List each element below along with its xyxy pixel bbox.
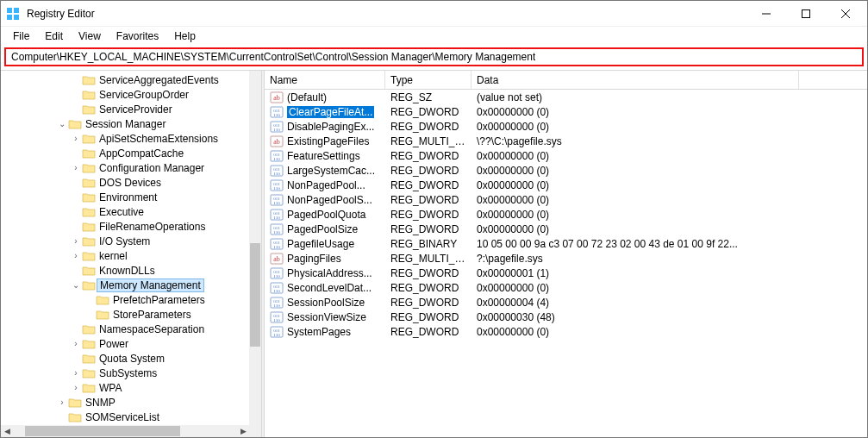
cell-type: REG_DWORD xyxy=(385,165,471,177)
cell-data: 0x00000001 (1) xyxy=(471,267,799,279)
chevron-right-icon[interactable]: › xyxy=(56,397,68,407)
menu-edit[interactable]: Edit xyxy=(38,28,70,44)
cell-type: REG_DWORD xyxy=(385,194,471,206)
chevron-down-icon[interactable]: ⌄ xyxy=(70,280,82,290)
chevron-right-icon[interactable]: › xyxy=(70,251,82,260)
column-header-data[interactable]: Data xyxy=(471,71,799,89)
value-row[interactable]: 011110SystemPagesREG_DWORD0x00000000 (0) xyxy=(265,324,867,339)
tree-item[interactable]: AppCompatCache xyxy=(1,146,249,160)
tree-item[interactable]: ›Power xyxy=(1,336,249,351)
tree-item[interactable]: StoreParameters xyxy=(1,307,249,322)
folder-icon xyxy=(82,74,96,86)
cell-type: REG_DWORD xyxy=(385,179,471,191)
value-row[interactable]: 011110NonPagedPool...REG_DWORD0x00000000… xyxy=(265,178,867,192)
tree-item[interactable]: Quota System xyxy=(1,351,249,366)
folder-icon xyxy=(68,118,82,130)
cell-data: 0x00000000 (0) xyxy=(471,179,799,191)
value-row[interactable]: 011110SecondLevelDat...REG_DWORD0x000000… xyxy=(265,280,867,295)
folder-icon xyxy=(68,411,82,423)
cell-name: 011110SecondLevelDat... xyxy=(265,282,385,294)
values-list[interactable]: ab(Default)REG_SZ(value not set)011110Cl… xyxy=(265,90,867,437)
tree-item[interactable]: ›Configuration Manager xyxy=(1,160,249,175)
tree-item[interactable]: ›kernel xyxy=(1,248,249,263)
svg-text:110: 110 xyxy=(273,230,280,235)
tree-item[interactable]: DOS Devices xyxy=(1,175,249,190)
tree-item[interactable]: ›I/O System xyxy=(1,234,249,248)
column-header-type[interactable]: Type xyxy=(385,71,471,89)
value-name: PagingFiles xyxy=(287,253,341,265)
value-row[interactable]: 011110PagedPoolSizeREG_DWORD0x00000000 (… xyxy=(265,222,867,236)
folder-icon xyxy=(82,221,96,233)
value-name: DisablePagingEx... xyxy=(287,121,374,133)
menu-help[interactable]: Help xyxy=(167,28,203,44)
tree-item[interactable]: ›SNMP xyxy=(1,395,249,410)
close-button[interactable] xyxy=(826,1,865,27)
value-row[interactable]: 011110DisablePagingEx...REG_DWORD0x00000… xyxy=(265,119,867,134)
svg-text:110: 110 xyxy=(273,113,280,117)
value-name: LargeSystemCac... xyxy=(287,165,375,177)
cell-type: REG_DWORD xyxy=(385,267,471,279)
tree-item[interactable]: ⌄Memory Management xyxy=(1,278,249,292)
chevron-down-icon[interactable]: ⌄ xyxy=(56,119,68,128)
value-row[interactable]: ab(Default)REG_SZ(value not set) xyxy=(265,90,867,104)
menu-file[interactable]: File xyxy=(6,28,36,44)
value-row[interactable]: 011110FeatureSettingsREG_DWORD0x00000000… xyxy=(265,148,867,163)
chevron-right-icon[interactable]: › xyxy=(70,163,82,172)
tree-item[interactable]: FileRenameOperations xyxy=(1,219,249,234)
tree-vscroll-thumb[interactable] xyxy=(250,243,260,347)
folder-icon xyxy=(82,89,96,101)
chevron-right-icon[interactable]: › xyxy=(70,383,82,392)
column-header-name[interactable]: Name xyxy=(265,71,385,89)
scroll-right-arrow-icon[interactable]: ▶ xyxy=(237,425,249,437)
menu-favorites[interactable]: Favorites xyxy=(109,28,165,44)
value-row[interactable]: 011110PhysicalAddress...REG_DWORD0x00000… xyxy=(265,266,867,280)
cell-name: 011110PagedPoolQuota xyxy=(265,209,385,221)
tree-item[interactable]: NamespaceSeparation xyxy=(1,322,249,336)
cell-name: 011110NonPagedPoolS... xyxy=(265,194,385,206)
value-row[interactable]: abPagingFilesREG_MULTI_SZ?:\pagefile.sys xyxy=(265,251,867,266)
tree-item[interactable]: ServiceGroupOrder xyxy=(1,87,249,102)
value-row[interactable]: 011110SessionViewSizeREG_DWORD0x00000030… xyxy=(265,310,867,324)
tree-item[interactable]: ›SubSystems xyxy=(1,366,249,380)
tree-item[interactable]: ⌄Session Manager xyxy=(1,116,249,131)
value-row[interactable]: 011110SessionPoolSizeREG_DWORD0x00000004… xyxy=(265,295,867,310)
tree-item[interactable]: Environment xyxy=(1,190,249,204)
chevron-right-icon[interactable]: › xyxy=(70,134,82,143)
menu-view[interactable]: View xyxy=(72,28,108,44)
value-row[interactable]: 011110PagedPoolQuotaREG_DWORD0x00000000 … xyxy=(265,207,867,222)
tree-item[interactable]: SOMServiceList xyxy=(1,410,249,424)
tree-item[interactable]: ›ApiSetSchemaExtensions xyxy=(1,131,249,146)
values-pane: Name Type Data ab(Default)REG_SZ(value n… xyxy=(265,71,867,437)
chevron-right-icon[interactable]: › xyxy=(70,368,82,378)
tree-item[interactable]: KnownDLLs xyxy=(1,263,249,278)
tree-item-label: SNMP xyxy=(84,397,117,409)
value-row[interactable]: abExistingPageFilesREG_MULTI_SZ\??\C:\pa… xyxy=(265,134,867,148)
svg-text:110: 110 xyxy=(273,186,280,191)
tree-item-label: ServiceGroupOrder xyxy=(97,89,190,101)
value-name: PagefileUsage xyxy=(287,238,354,250)
cell-type: REG_DWORD xyxy=(385,150,471,162)
tree-item[interactable]: PrefetchParameters xyxy=(1,292,249,307)
tree-hscroll-thumb[interactable] xyxy=(25,426,180,436)
value-row[interactable]: 011110NonPagedPoolS...REG_DWORD0x0000000… xyxy=(265,192,867,207)
tree-item[interactable]: Executive xyxy=(1,204,249,219)
cell-name: 011110SystemPages xyxy=(265,326,385,338)
tree-item[interactable]: ServiceAggregatedEvents xyxy=(1,72,249,87)
tree-vscrollbar[interactable] xyxy=(249,71,261,425)
value-row[interactable]: 011110LargeSystemCac...REG_DWORD0x000000… xyxy=(265,163,867,178)
value-row[interactable]: 011110PagefileUsageREG_BINARY10 05 00 00… xyxy=(265,236,867,251)
chevron-right-icon[interactable]: › xyxy=(70,339,82,348)
scroll-left-arrow-icon[interactable]: ◀ xyxy=(1,425,13,437)
cell-type: REG_MULTI_SZ xyxy=(385,253,471,265)
tree-item[interactable]: ›WPA xyxy=(1,380,249,395)
tree-hscrollbar[interactable]: ◀ ▶ xyxy=(1,425,249,437)
tree-item-label: WPA xyxy=(97,382,123,394)
registry-tree[interactable]: ServiceAggregatedEventsServiceGroupOrder… xyxy=(1,71,249,425)
chevron-right-icon[interactable]: › xyxy=(70,236,82,246)
minimize-button[interactable] xyxy=(746,1,786,27)
tree-item[interactable]: ServiceProvider xyxy=(1,102,249,116)
address-bar[interactable]: Computer\HKEY_LOCAL_MACHINE\SYSTEM\Curre… xyxy=(4,47,864,66)
value-row[interactable]: 011110ClearPageFileAt...REG_DWORD0x00000… xyxy=(265,104,867,119)
tree-item-label: NamespaceSeparation xyxy=(97,323,206,335)
maximize-button[interactable] xyxy=(786,1,826,27)
